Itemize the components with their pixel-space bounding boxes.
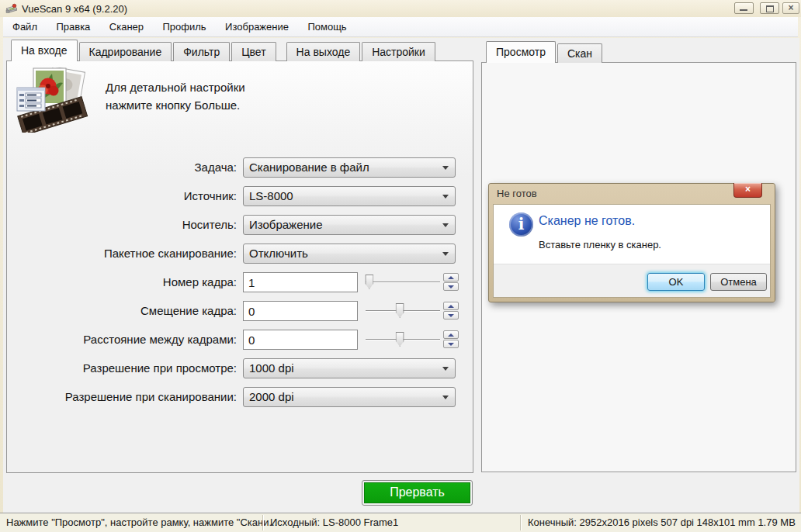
chevron-down-icon bbox=[442, 195, 449, 199]
selected-value: Сканирование в файл bbox=[244, 158, 455, 177]
close-icon[interactable]: × bbox=[782, 2, 799, 14]
spin-down-icon[interactable] bbox=[443, 282, 459, 291]
maximize-icon[interactable] bbox=[760, 2, 779, 14]
intro-text-line2: нажмите кнопку Больше. bbox=[106, 98, 240, 112]
form-row-preview-resolution: Разрешение при просмотре: 1000 dpi bbox=[7, 358, 473, 378]
scan-resolution-select[interactable]: 2000 dpi bbox=[243, 387, 456, 407]
selected-value: 1000 dpi bbox=[244, 359, 455, 378]
status-source: Исходный: LS-8000 Frame1 bbox=[270, 513, 398, 532]
selected-value: 2000 dpi bbox=[244, 388, 455, 406]
status-separator bbox=[262, 515, 263, 530]
chevron-down-icon bbox=[442, 166, 449, 170]
scan-resolution-label: Разрешение при сканировании: bbox=[7, 387, 237, 407]
menu-file[interactable]: Файл bbox=[5, 17, 45, 36]
status-final: Конечный: 2952x2016 pixels 507 dpi 148x1… bbox=[528, 513, 796, 532]
vuescan-app-icon bbox=[5, 2, 18, 15]
slider-thumb[interactable] bbox=[365, 275, 373, 289]
frame-offset-stepper bbox=[443, 302, 459, 320]
menu-image[interactable]: Изображение bbox=[217, 17, 296, 36]
preview-resolution-label: Разрешение при просмотре: bbox=[7, 358, 237, 378]
tab-preview[interactable]: Просмотр bbox=[486, 41, 556, 63]
status-separator bbox=[520, 515, 521, 530]
frame-number-stepper bbox=[443, 273, 459, 292]
frame-number-label: Номер кадра: bbox=[7, 272, 237, 292]
dialog-footer: OK Отмена bbox=[494, 264, 770, 297]
spin-up-icon[interactable] bbox=[443, 330, 459, 339]
source-label: Источник: bbox=[7, 186, 237, 206]
form-row-scan-resolution: Разрешение при сканировании: 2000 dpi bbox=[7, 387, 473, 407]
dialog-message: Вставьте пленку в сканер. bbox=[539, 239, 661, 250]
form-row-frame-spacing: Расстояние между кадрами: bbox=[7, 330, 473, 350]
slider-thumb[interactable] bbox=[396, 332, 404, 347]
settings-tab-strip: На входе Кадрирование Фильтр Цвет На вых… bbox=[11, 40, 435, 61]
menu-bar: Файл Правка Сканер Профиль Изображение П… bbox=[3, 17, 798, 37]
not-ready-dialog: Не готов × i Сканер не готов. Вставьте п… bbox=[488, 183, 775, 302]
batch-scan-label: Пакетное сканирование: bbox=[7, 244, 237, 264]
frame-offset-input[interactable] bbox=[243, 301, 358, 321]
abort-button-frame: Прервать bbox=[362, 480, 473, 506]
frame-spacing-label: Расстояние между кадрами: bbox=[7, 330, 237, 350]
source-select[interactable]: LS-8000 bbox=[243, 186, 456, 206]
status-bar: Нажмите "Просмотр", настройте рамку, наж… bbox=[0, 513, 801, 532]
form-row-source: Источник: LS-8000 bbox=[7, 186, 473, 206]
dialog-close-icon[interactable]: × bbox=[733, 183, 762, 198]
menu-edit[interactable]: Правка bbox=[48, 17, 98, 36]
ok-button[interactable]: OK bbox=[647, 273, 705, 291]
abort-button[interactable]: Прервать bbox=[364, 482, 470, 503]
frame-number-input[interactable] bbox=[243, 272, 358, 292]
form-row-task: Задача: Сканирование в файл bbox=[7, 157, 473, 178]
dialog-heading: Сканер не готов. bbox=[539, 214, 635, 228]
spin-up-icon[interactable] bbox=[443, 273, 459, 282]
frame-offset-label: Смещение кадра: bbox=[7, 301, 237, 321]
status-hint: Нажмите "Просмотр", настройте рамку, наж… bbox=[6, 513, 277, 532]
tab-crop[interactable]: Кадрирование bbox=[79, 42, 172, 61]
form-row-media: Носитель: Изображение bbox=[7, 215, 473, 235]
frame-spacing-input[interactable] bbox=[243, 330, 358, 350]
tab-color[interactable]: Цвет bbox=[231, 42, 276, 61]
minimize-icon[interactable] bbox=[734, 2, 754, 14]
input-settings-panel: Для детальной настройки нажмите кнопку Б… bbox=[6, 60, 473, 473]
tab-prefs[interactable]: Настройки bbox=[362, 42, 435, 61]
frame-spacing-stepper bbox=[443, 330, 459, 349]
media-select[interactable]: Изображение bbox=[243, 215, 456, 235]
spin-down-icon[interactable] bbox=[443, 340, 459, 348]
frame-spacing-slider[interactable] bbox=[366, 330, 440, 350]
dialog-body: i Сканер не готов. Вставьте пленку в ска… bbox=[493, 204, 771, 298]
batch-scan-select[interactable]: Отключить bbox=[243, 244, 456, 264]
tab-output[interactable]: На выходе bbox=[286, 42, 361, 61]
frame-offset-slider[interactable] bbox=[366, 301, 440, 321]
info-icon: i bbox=[509, 212, 533, 237]
form-row-frame-offset: Смещение кадра: bbox=[7, 301, 473, 321]
slider-thumb[interactable] bbox=[396, 303, 404, 318]
media-label: Носитель: bbox=[7, 215, 237, 235]
spin-down-icon[interactable] bbox=[443, 311, 459, 320]
menu-profile[interactable]: Профиль bbox=[154, 17, 213, 36]
form-row-batch: Пакетное сканирование: Отключить bbox=[7, 244, 473, 264]
dialog-title-bar[interactable]: Не готов × bbox=[489, 184, 775, 203]
selected-value: Отключить bbox=[244, 244, 455, 263]
spin-up-icon[interactable] bbox=[443, 302, 459, 310]
cancel-button[interactable]: Отмена bbox=[710, 273, 767, 291]
task-label: Задача: bbox=[7, 157, 237, 178]
view-tab-strip: Просмотр Скан bbox=[486, 43, 602, 63]
tab-scan[interactable]: Скан bbox=[557, 43, 602, 63]
tab-input[interactable]: На входе bbox=[11, 40, 78, 61]
window-title: VueScan 9 x64 (9.2.20) bbox=[22, 3, 127, 15]
task-select[interactable]: Сканирование в файл bbox=[243, 157, 456, 178]
chevron-down-icon bbox=[442, 367, 449, 371]
form-row-frame-number: Номер кадра: bbox=[7, 272, 473, 292]
dialog-title: Не готов bbox=[497, 188, 537, 199]
slider-track bbox=[366, 282, 440, 282]
chevron-down-icon bbox=[442, 223, 449, 227]
preview-resolution-select[interactable]: 1000 dpi bbox=[243, 358, 456, 378]
menu-help[interactable]: Помощь bbox=[300, 17, 354, 36]
selected-value: Изображение bbox=[244, 216, 455, 234]
intro-text-line1: Для детальной настройки bbox=[106, 81, 245, 94]
chevron-down-icon bbox=[442, 396, 449, 399]
frame-number-slider[interactable] bbox=[366, 272, 440, 292]
selected-value: LS-8000 bbox=[244, 187, 455, 206]
menu-scanner[interactable]: Сканер bbox=[102, 17, 151, 36]
title-bar[interactable]: VueScan 9 x64 (9.2.20) × bbox=[0, 0, 801, 17]
tab-filter[interactable]: Фильтр bbox=[173, 42, 230, 61]
chevron-down-icon bbox=[442, 252, 449, 256]
